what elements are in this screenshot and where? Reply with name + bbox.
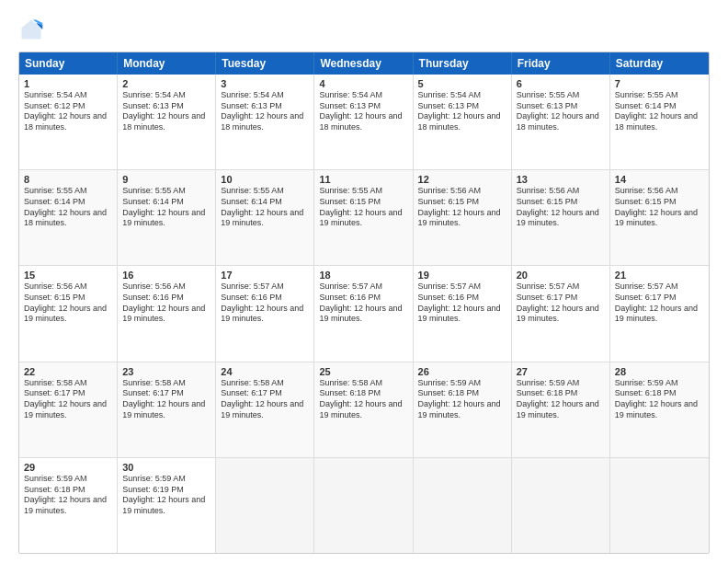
day-cell-24: 24Sunrise: 5:58 AMSunset: 6:17 PMDayligh… (216, 362, 314, 457)
calendar-row-0: 1Sunrise: 5:54 AMSunset: 6:12 PMDaylight… (19, 75, 709, 170)
calendar-row-3: 22Sunrise: 5:58 AMSunset: 6:17 PMDayligh… (19, 362, 709, 458)
day-cell-4: 4Sunrise: 5:54 AMSunset: 6:13 PMDaylight… (314, 75, 413, 169)
day-number: 8 (24, 174, 112, 185)
day-info: Sunrise: 5:56 AMSunset: 6:16 PMDaylight:… (122, 282, 210, 325)
day-info: Sunrise: 5:54 AMSunset: 6:13 PMDaylight:… (221, 90, 309, 133)
day-info: Sunrise: 5:54 AMSunset: 6:13 PMDaylight:… (122, 90, 210, 133)
day-info: Sunrise: 5:57 AMSunset: 6:17 PMDaylight:… (615, 282, 704, 325)
day-info: Sunrise: 5:55 AMSunset: 6:14 PMDaylight:… (615, 90, 704, 133)
day-info: Sunrise: 5:54 AMSunset: 6:13 PMDaylight:… (418, 90, 506, 133)
day-cell-25: 25Sunrise: 5:58 AMSunset: 6:18 PMDayligh… (314, 362, 413, 457)
day-cell-6: 6Sunrise: 5:55 AMSunset: 6:13 PMDaylight… (512, 75, 610, 169)
day-number: 25 (319, 366, 407, 377)
day-info: Sunrise: 5:58 AMSunset: 6:17 PMDaylight:… (24, 378, 112, 421)
day-info: Sunrise: 5:59 AMSunset: 6:18 PMDaylight:… (615, 378, 704, 421)
day-cell-20: 20Sunrise: 5:57 AMSunset: 6:17 PMDayligh… (512, 266, 610, 361)
day-info: Sunrise: 5:57 AMSunset: 6:17 PMDaylight:… (517, 282, 605, 325)
day-info: Sunrise: 5:59 AMSunset: 6:18 PMDaylight:… (418, 378, 506, 421)
day-info: Sunrise: 5:58 AMSunset: 6:18 PMDaylight:… (319, 378, 407, 421)
empty-cell (216, 458, 314, 553)
day-cell-7: 7Sunrise: 5:55 AMSunset: 6:14 PMDaylight… (610, 75, 709, 169)
day-cell-15: 15Sunrise: 5:56 AMSunset: 6:15 PMDayligh… (19, 266, 118, 361)
header-day-monday: Monday (118, 52, 216, 75)
day-number: 29 (24, 462, 112, 473)
day-number: 26 (418, 366, 506, 377)
day-number: 24 (221, 366, 309, 377)
day-cell-21: 21Sunrise: 5:57 AMSunset: 6:17 PMDayligh… (610, 266, 709, 361)
day-cell-16: 16Sunrise: 5:56 AMSunset: 6:16 PMDayligh… (118, 266, 216, 361)
day-number: 28 (615, 366, 704, 377)
day-number: 9 (122, 174, 210, 185)
day-number: 12 (418, 174, 506, 185)
day-number: 1 (24, 78, 112, 89)
day-cell-30: 30Sunrise: 5:59 AMSunset: 6:19 PMDayligh… (118, 458, 216, 553)
empty-cell (314, 458, 413, 553)
day-cell-5: 5Sunrise: 5:54 AMSunset: 6:13 PMDaylight… (414, 75, 512, 169)
calendar-row-1: 8Sunrise: 5:55 AMSunset: 6:14 PMDaylight… (19, 170, 709, 266)
logo-icon (18, 17, 44, 42)
day-number: 14 (615, 174, 704, 185)
day-cell-12: 12Sunrise: 5:56 AMSunset: 6:15 PMDayligh… (414, 170, 512, 265)
day-number: 3 (221, 78, 309, 89)
empty-cell (610, 458, 709, 553)
day-number: 6 (517, 78, 605, 89)
day-info: Sunrise: 5:55 AMSunset: 6:13 PMDaylight:… (517, 90, 605, 133)
day-info: Sunrise: 5:58 AMSunset: 6:17 PMDaylight:… (122, 378, 210, 421)
day-cell-27: 27Sunrise: 5:59 AMSunset: 6:18 PMDayligh… (512, 362, 610, 457)
day-info: Sunrise: 5:59 AMSunset: 6:19 PMDaylight:… (122, 474, 210, 517)
day-info: Sunrise: 5:58 AMSunset: 6:17 PMDaylight:… (221, 378, 309, 421)
day-cell-3: 3Sunrise: 5:54 AMSunset: 6:13 PMDaylight… (216, 75, 314, 169)
header (18, 17, 710, 42)
day-info: Sunrise: 5:57 AMSunset: 6:16 PMDaylight:… (418, 282, 506, 325)
day-info: Sunrise: 5:55 AMSunset: 6:14 PMDaylight:… (24, 186, 112, 229)
day-cell-11: 11Sunrise: 5:55 AMSunset: 6:15 PMDayligh… (314, 170, 413, 265)
day-number: 19 (418, 270, 506, 281)
day-cell-10: 10Sunrise: 5:55 AMSunset: 6:14 PMDayligh… (216, 170, 314, 265)
day-info: Sunrise: 5:59 AMSunset: 6:18 PMDaylight:… (24, 474, 112, 517)
day-cell-9: 9Sunrise: 5:55 AMSunset: 6:14 PMDaylight… (118, 170, 216, 265)
day-number: 13 (517, 174, 605, 185)
calendar-body: 1Sunrise: 5:54 AMSunset: 6:12 PMDaylight… (19, 75, 709, 553)
day-number: 16 (122, 270, 210, 281)
day-number: 23 (122, 366, 210, 377)
day-cell-18: 18Sunrise: 5:57 AMSunset: 6:16 PMDayligh… (314, 266, 413, 361)
day-info: Sunrise: 5:59 AMSunset: 6:18 PMDaylight:… (517, 378, 605, 421)
day-number: 4 (319, 78, 407, 89)
day-number: 11 (319, 174, 407, 185)
day-cell-2: 2Sunrise: 5:54 AMSunset: 6:13 PMDaylight… (118, 75, 216, 169)
day-cell-13: 13Sunrise: 5:56 AMSunset: 6:15 PMDayligh… (512, 170, 610, 265)
day-number: 20 (517, 270, 605, 281)
calendar-row-4: 29Sunrise: 5:59 AMSunset: 6:18 PMDayligh… (19, 458, 709, 553)
header-day-thursday: Thursday (414, 52, 512, 75)
day-cell-26: 26Sunrise: 5:59 AMSunset: 6:18 PMDayligh… (414, 362, 512, 457)
day-info: Sunrise: 5:57 AMSunset: 6:16 PMDaylight:… (221, 282, 309, 325)
day-info: Sunrise: 5:56 AMSunset: 6:15 PMDaylight:… (517, 186, 605, 229)
calendar-header: SundayMondayTuesdayWednesdayThursdayFrid… (19, 52, 709, 75)
header-day-saturday: Saturday (610, 52, 709, 75)
day-info: Sunrise: 5:56 AMSunset: 6:15 PMDaylight:… (418, 186, 506, 229)
day-info: Sunrise: 5:55 AMSunset: 6:15 PMDaylight:… (319, 186, 407, 229)
day-number: 21 (615, 270, 704, 281)
day-cell-1: 1Sunrise: 5:54 AMSunset: 6:12 PMDaylight… (19, 75, 118, 169)
day-info: Sunrise: 5:57 AMSunset: 6:16 PMDaylight:… (319, 282, 407, 325)
empty-cell (414, 458, 512, 553)
day-number: 15 (24, 270, 112, 281)
day-cell-19: 19Sunrise: 5:57 AMSunset: 6:16 PMDayligh… (414, 266, 512, 361)
day-cell-17: 17Sunrise: 5:57 AMSunset: 6:16 PMDayligh… (216, 266, 314, 361)
header-day-sunday: Sunday (19, 52, 118, 75)
day-cell-22: 22Sunrise: 5:58 AMSunset: 6:17 PMDayligh… (19, 362, 118, 457)
day-number: 30 (122, 462, 210, 473)
day-info: Sunrise: 5:54 AMSunset: 6:12 PMDaylight:… (24, 90, 112, 133)
day-cell-23: 23Sunrise: 5:58 AMSunset: 6:17 PMDayligh… (118, 362, 216, 457)
logo (18, 17, 48, 42)
day-cell-29: 29Sunrise: 5:59 AMSunset: 6:18 PMDayligh… (19, 458, 118, 553)
day-cell-14: 14Sunrise: 5:56 AMSunset: 6:15 PMDayligh… (610, 170, 709, 265)
header-day-friday: Friday (512, 52, 610, 75)
day-cell-8: 8Sunrise: 5:55 AMSunset: 6:14 PMDaylight… (19, 170, 118, 265)
day-info: Sunrise: 5:55 AMSunset: 6:14 PMDaylight:… (221, 186, 309, 229)
header-day-wednesday: Wednesday (314, 52, 413, 75)
day-info: Sunrise: 5:56 AMSunset: 6:15 PMDaylight:… (615, 186, 704, 229)
page: SundayMondayTuesdayWednesdayThursdayFrid… (0, 0, 728, 563)
day-info: Sunrise: 5:56 AMSunset: 6:15 PMDaylight:… (24, 282, 112, 325)
day-cell-28: 28Sunrise: 5:59 AMSunset: 6:18 PMDayligh… (610, 362, 709, 457)
